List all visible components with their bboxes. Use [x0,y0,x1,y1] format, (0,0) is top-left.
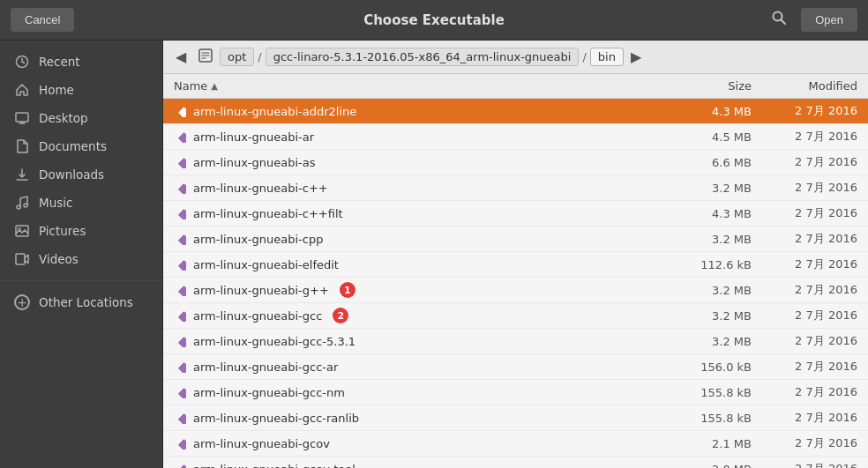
table-row[interactable]: arm-linux-gnueabi-gcov 2.1 MB2 7月 2016 [163,431,868,457]
file-name: arm-linux-gnueabi-cpp [174,233,663,246]
sidebar-item-recent[interactable]: Recent [0,48,162,76]
sidebar-item-music[interactable]: Music [0,189,162,217]
svg-rect-15 [178,158,186,168]
file-name: arm-linux-gnueabi-c++ [174,182,663,195]
svg-rect-3 [16,113,28,122]
cancel-button[interactable]: Cancel [11,8,74,32]
file-size: 6.6 MB [663,156,752,169]
table-row[interactable]: arm-linux-gnueabi-elfedit 112.6 kB2 7月 2… [163,252,868,278]
executable-icon [174,156,186,168]
file-name: arm-linux-gnueabi-gcc-ranlib [174,412,663,425]
table-row[interactable]: arm-linux-gnueabi-gcc-5.3.1 3.2 MB2 7月 2… [163,329,868,354]
column-header-size[interactable]: Size [663,79,752,93]
path-segment-opt[interactable]: opt [220,48,254,66]
svg-rect-20 [178,286,186,296]
file-size: 3.2 MB [663,309,752,323]
table-row[interactable]: arm-linux-gnueabi-cpp 3.2 MB2 7月 2016 [163,227,868,252]
file-name: arm-linux-gnueabi-gcov-tool [174,463,663,469]
path-segment-bin[interactable]: bin [590,48,624,66]
sort-arrow-name: ▲ [211,81,218,91]
table-row[interactable]: arm-linux-gnueabi-c++ 3.2 MB2 7月 2016 [163,175,868,201]
sidebar-item-downloads[interactable]: Downloads [0,160,162,189]
sidebar-item-desktop[interactable]: Desktop [0,104,162,132]
file-name: arm-linux-gnueabi-gcc-5.3.1 [174,335,663,348]
path-segment-toolchain[interactable]: gcc-linaro-5.3.1-2016.05-x86_64_arm-linu… [266,48,580,66]
sidebar-item-videos[interactable]: Videos [0,245,162,273]
file-name: arm-linux-gnueabi-gcc-ar [174,360,663,374]
history-button[interactable] [193,47,218,68]
file-size: 155.8 kB [663,386,752,399]
file-list-container[interactable]: Name ▲ Size Modified arm-linux-gnueabi-a… [163,74,868,468]
table-row[interactable]: arm-linux-gnueabi-gcc 23.2 MB2 7月 2016 [163,303,868,329]
search-button[interactable] [764,6,794,33]
table-row[interactable]: arm-linux-gnueabi-gcov-tool 2.0 MB2 7月 2… [163,457,868,468]
file-name: arm-linux-gnueabi-gcc 2 [174,308,663,323]
table-row[interactable]: arm-linux-gnueabi-as 6.6 MB2 7月 2016 [163,150,868,175]
table-row[interactable]: arm-linux-gnueabi-c++filt 4.3 MB2 7月 201… [163,201,868,227]
svg-rect-18 [178,234,186,245]
executable-icon [174,386,186,398]
svg-rect-19 [178,260,186,271]
open-button[interactable]: Open [801,8,857,32]
file-size: 155.8 kB [663,412,752,425]
table-row[interactable]: arm-linux-gnueabi-addr2line 4.3 MB2 7月 2… [163,99,868,124]
badge: 1 [340,282,355,298]
file-size: 3.2 MB [663,284,752,297]
executable-icon [174,105,186,117]
sidebar-item-pictures[interactable]: Pictures [0,217,162,245]
file-name: arm-linux-gnueabi-gcc-nm [174,386,663,399]
path-bar: ◀ opt / gcc-linaro-5.3.1-2016.05-x86_64_… [163,41,868,74]
column-header-modified[interactable]: Modified [752,79,857,93]
file-modified: 2 7月 2016 [752,231,857,247]
sidebar-item-home[interactable]: Home [0,76,162,104]
file-modified: 2 7月 2016 [752,435,857,451]
file-size: 3.2 MB [663,233,752,246]
svg-rect-21 [178,311,186,322]
svg-rect-17 [178,209,186,219]
file-modified: 2 7月 2016 [752,256,857,272]
file-modified: 2 7月 2016 [752,129,857,145]
file-modified: 2 7月 2016 [752,410,857,426]
sidebar-label-downloads: Downloads [39,167,104,182]
file-size: 112.6 kB [663,258,752,271]
sidebar-item-documents[interactable]: Documents [0,132,162,160]
desktop-icon [14,110,30,126]
executable-icon [174,130,186,143]
sidebar-item-other-locations[interactable]: + Other Locations [0,288,162,316]
table-row[interactable]: arm-linux-gnueabi-gcc-nm 155.8 kB2 7月 20… [163,380,868,405]
executable-icon [174,207,186,219]
pictures-icon [14,223,30,239]
main-layout: Recent Home Desktop [0,41,868,468]
sidebar-other-section: + Other Locations [0,280,162,316]
table-row[interactable]: arm-linux-gnueabi-gcc-ar 156.0 kB2 7月 20… [163,354,868,380]
column-header-name[interactable]: Name ▲ [174,79,663,93]
svg-rect-23 [178,362,186,373]
back-button[interactable]: ◀ [170,47,191,67]
svg-rect-11 [16,254,25,264]
table-row[interactable]: arm-linux-gnueabi-ar 4.5 MB2 7月 2016 [163,124,868,150]
path-separator-1: / [256,50,263,63]
table-row[interactable]: arm-linux-gnueabi-gcc-ranlib 155.8 kB2 7… [163,405,868,431]
file-modified: 2 7月 2016 [752,180,857,196]
svg-rect-27 [178,464,186,468]
svg-rect-16 [178,183,186,194]
forward-button[interactable]: ▶ [625,47,647,67]
svg-rect-25 [178,413,186,424]
file-name: arm-linux-gnueabi-c++filt [174,207,663,220]
sidebar-label-other-locations: Other Locations [39,295,133,309]
file-modified: 2 7月 2016 [752,359,857,375]
dialog-title: Choose Executable [363,12,505,28]
svg-rect-14 [178,132,186,143]
documents-icon [14,138,30,154]
table-row[interactable]: arm-linux-gnueabi-g++ 13.2 MB2 7月 2016 [163,278,868,303]
executable-icon [174,335,186,347]
file-modified: 2 7月 2016 [752,205,857,221]
sidebar-label-music: Music [39,196,72,210]
executable-icon [174,463,186,468]
sidebar: Recent Home Desktop [0,41,163,468]
svg-line-1 [782,20,786,25]
executable-icon [174,360,186,373]
recent-icon [14,54,30,70]
file-name: arm-linux-gnueabi-elfedit [174,258,663,271]
home-icon [14,82,30,98]
